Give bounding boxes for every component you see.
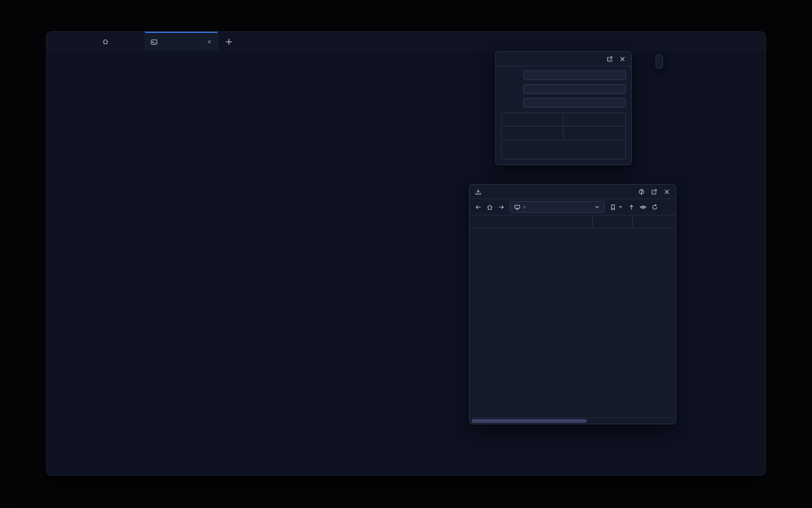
close-icon[interactable]: [663, 188, 670, 195]
cpu-usage-bar: [523, 70, 626, 80]
swap-usage-value: [524, 98, 625, 107]
close-icon[interactable]: [619, 56, 626, 62]
filesystem-name: [502, 126, 563, 140]
traffic-light-close[interactable]: [53, 38, 60, 45]
download-icon[interactable]: [475, 188, 482, 195]
size-column[interactable]: [632, 215, 676, 228]
sftp-table-header: [469, 215, 676, 229]
swap-usage-bar: [523, 98, 626, 107]
filesystem-row[interactable]: [502, 126, 625, 140]
cpu-usage-value: [524, 71, 625, 79]
filesystem-table: [501, 113, 626, 159]
traffic-light-minimize[interactable]: [63, 38, 70, 45]
refresh-icon[interactable]: [651, 204, 658, 211]
filesystem-usage: [563, 126, 625, 140]
filesystem-column: [502, 113, 563, 126]
horizontal-scrollbar[interactable]: [469, 418, 676, 424]
scrollbar-thumb[interactable]: [472, 419, 587, 423]
home-icon[interactable]: [486, 204, 493, 211]
sftp-titlebar: [469, 185, 676, 199]
close-icon: [207, 39, 212, 44]
home-icon: [102, 38, 109, 45]
app-window: ›: [47, 32, 765, 475]
filesystem-table-header: [502, 113, 625, 126]
system-info-panel: [495, 51, 632, 165]
forward-icon[interactable]: [498, 204, 505, 211]
memory-usage-bar: [523, 84, 626, 94]
tab-session[interactable]: [145, 32, 218, 51]
path-breadcrumb[interactable]: ›: [510, 201, 605, 213]
plus-icon: [225, 38, 233, 46]
usage-size-column: [563, 113, 625, 126]
open-external-icon[interactable]: [651, 188, 658, 195]
back-icon[interactable]: [475, 204, 482, 211]
show-hidden-icon[interactable]: [640, 204, 647, 211]
type-column[interactable]: [592, 215, 632, 228]
new-tab-button[interactable]: [223, 36, 235, 48]
up-directory-icon[interactable]: [628, 204, 635, 211]
bookmark-icon[interactable]: [610, 204, 616, 211]
memory-usage-value: [524, 85, 625, 93]
session-float-toolbar: [656, 55, 663, 69]
open-external-icon[interactable]: [606, 56, 613, 62]
sftp-panel: ›: [469, 184, 676, 424]
monitor-icon: [514, 204, 521, 211]
tab-home[interactable]: [97, 32, 118, 51]
close-tab-button[interactable]: [207, 39, 212, 44]
sftp-toolbar: ›: [469, 199, 676, 215]
bookmark-caret-icon[interactable]: [618, 204, 623, 210]
traffic-light-zoom[interactable]: [74, 38, 81, 45]
terminal-icon: [151, 39, 158, 46]
chevron-down-icon[interactable]: [594, 204, 601, 211]
help-icon[interactable]: [638, 188, 645, 195]
titlebar: [47, 32, 765, 51]
system-info-titlebar: [496, 52, 631, 66]
breadcrumb-separator: ›: [523, 203, 525, 211]
